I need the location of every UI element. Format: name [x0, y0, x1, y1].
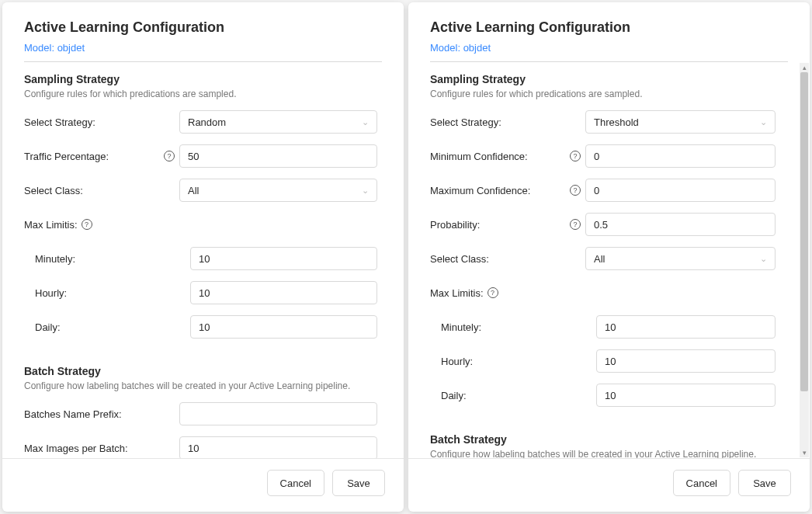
sampling-section-desc: Configure rules for which predications a…: [430, 89, 776, 99]
minutely-label: Minutely:: [441, 321, 596, 333]
max-limits-label: Max Limitis: ?: [430, 287, 585, 299]
batches-prefix-label: Batches Name Prefix:: [24, 408, 179, 420]
daily-label: Daily:: [441, 390, 596, 401]
select-class-dropdown[interactable]: All ⌄: [585, 247, 776, 270]
scroll-area: Sampling Strategy Configure rules for wh…: [24, 73, 382, 458]
select-strategy-label: Select Strategy:: [430, 116, 585, 128]
daily-input[interactable]: [596, 384, 776, 407]
help-icon[interactable]: ?: [164, 151, 175, 161]
sampling-section-title: Sampling Strategy: [24, 73, 377, 85]
batch-section-title: Batch Strategy: [24, 365, 377, 377]
help-icon[interactable]: ?: [488, 287, 498, 298]
traffic-pct-input[interactable]: [179, 144, 377, 168]
chevron-down-icon: ⌄: [760, 254, 767, 264]
hourly-input[interactable]: [190, 281, 377, 304]
batch-section-desc: Configure how labeling batches will be c…: [24, 380, 377, 391]
daily-input[interactable]: [190, 315, 377, 339]
help-icon[interactable]: ?: [570, 151, 581, 161]
traffic-pct-label: Traffic Percentage: ?: [24, 151, 179, 162]
divider: [24, 61, 382, 62]
page-title: Active Learning Configuration: [24, 19, 382, 36]
save-button[interactable]: Save: [738, 470, 791, 496]
max-images-label: Max Images per Batch:: [24, 443, 179, 454]
select-class-value: All: [188, 185, 199, 196]
max-conf-input[interactable]: [585, 179, 776, 202]
help-icon[interactable]: ?: [570, 219, 581, 230]
sampling-section-desc: Configure rules for which predications a…: [24, 89, 377, 99]
scroll-down-icon[interactable]: ▾: [800, 448, 809, 457]
page-title: Active Learning Configuration: [430, 19, 788, 36]
max-conf-label: Maximum Confidence: ?: [430, 185, 585, 196]
batches-prefix-input[interactable]: [179, 402, 377, 425]
chevron-down-icon: ⌄: [362, 117, 369, 127]
model-link[interactable]: Model: objdet: [24, 42, 382, 54]
select-strategy-dropdown[interactable]: Random ⌄: [179, 110, 377, 134]
sampling-section-title: Sampling Strategy: [430, 73, 776, 85]
min-conf-label: Minimum Confidence: ?: [430, 151, 585, 162]
minutely-input[interactable]: [596, 315, 776, 339]
footer: Cancel Save: [408, 458, 810, 512]
max-images-input[interactable]: [179, 436, 377, 458]
scroll-area[interactable]: Sampling Strategy Configure rules for wh…: [430, 73, 788, 458]
select-strategy-value: Random: [188, 116, 226, 128]
select-class-dropdown[interactable]: All ⌄: [179, 179, 377, 202]
help-icon[interactable]: ?: [570, 185, 581, 196]
hourly-label: Hourly:: [35, 287, 190, 299]
help-icon[interactable]: ?: [82, 219, 92, 230]
divider: [430, 61, 788, 62]
batch-section-title: Batch Strategy: [430, 433, 776, 446]
model-link[interactable]: Model: objdet: [430, 42, 788, 54]
min-conf-input[interactable]: [585, 144, 776, 168]
minutely-input[interactable]: [190, 247, 377, 270]
max-limits-label: Max Limitis: ?: [24, 219, 179, 231]
select-strategy-value: Threshold: [594, 116, 639, 128]
config-panel-threshold: Active Learning Configuration Model: obj…: [408, 2, 810, 512]
scrollbar-thumb[interactable]: [800, 72, 808, 391]
minutely-label: Minutely:: [35, 253, 190, 265]
probability-label: Probability: ?: [430, 219, 585, 231]
select-strategy-label: Select Strategy:: [24, 116, 179, 128]
daily-label: Daily:: [35, 321, 190, 333]
scrollbar-track[interactable]: [800, 72, 809, 448]
select-strategy-dropdown[interactable]: Threshold ⌄: [585, 110, 776, 134]
footer: Cancel Save: [2, 458, 404, 512]
batch-section-desc: Configure how labeling batches will be c…: [430, 449, 776, 458]
cancel-button[interactable]: Cancel: [673, 470, 730, 496]
chevron-down-icon: ⌄: [362, 186, 369, 196]
scroll-up-icon[interactable]: ▴: [800, 63, 809, 72]
chevron-down-icon: ⌄: [760, 117, 767, 127]
select-class-label: Select Class:: [430, 253, 585, 265]
config-panel-random: Active Learning Configuration Model: obj…: [2, 2, 404, 512]
hourly-input[interactable]: [596, 349, 776, 373]
cancel-button[interactable]: Cancel: [267, 470, 324, 496]
select-class-value: All: [594, 253, 605, 265]
probability-input[interactable]: [585, 213, 776, 236]
hourly-label: Hourly:: [441, 356, 596, 367]
select-class-label: Select Class:: [24, 185, 179, 196]
save-button[interactable]: Save: [332, 470, 385, 496]
